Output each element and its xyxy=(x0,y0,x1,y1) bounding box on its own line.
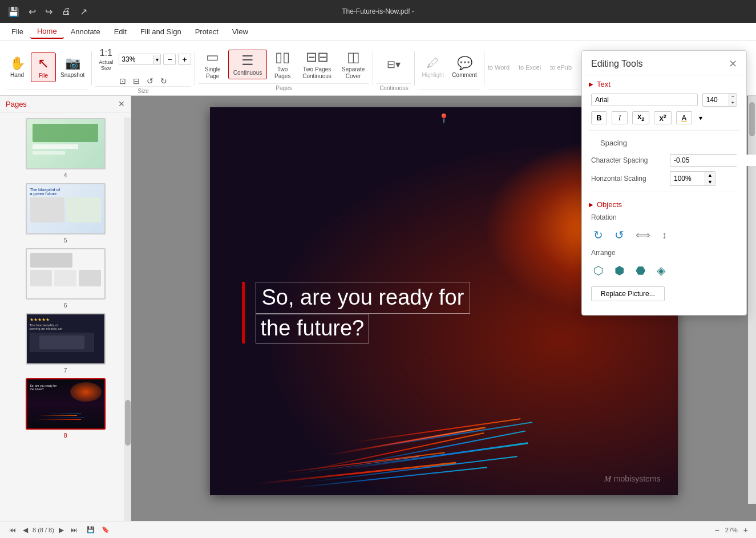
pdf-text-block[interactable]: So, are you ready for the future? xyxy=(256,282,471,343)
text-section-header[interactable]: ▶ Text xyxy=(582,75,746,91)
menu-view[interactable]: View xyxy=(225,25,255,38)
to-epub-btn[interactable]: to ePub xyxy=(550,64,572,71)
continuous-button[interactable]: ☰ Continuous xyxy=(228,50,268,79)
subscript-button[interactable]: X2 xyxy=(632,111,649,124)
bold-button[interactable]: B xyxy=(591,111,607,124)
snapshot-icon: 📷 xyxy=(65,56,80,71)
snapshot-button[interactable]: 📷 Snapshot xyxy=(57,54,88,81)
pages-panel-close-button[interactable]: ✕ xyxy=(118,99,125,108)
two-pages-continuous-icon: ⊟⊟ xyxy=(306,49,329,65)
bring-forward-button[interactable]: ⬢ xyxy=(612,261,626,280)
hand-button[interactable]: ✋ Hand xyxy=(5,54,30,81)
continuous-dropdown[interactable]: ⊟▾ xyxy=(385,58,403,71)
ribbon-group-tools: ✋ Hand ↖ File 📷 Snapshot xyxy=(5,46,88,91)
last-page-button[interactable]: ⏭ xyxy=(68,525,80,535)
page-6-number: 6 xyxy=(63,302,67,309)
page-thumb-7[interactable]: ★★★★★ The five benefits ofowning an elec… xyxy=(26,313,106,374)
page-thumb-5[interactable]: The blueprint ofa green future 5 xyxy=(26,183,106,244)
comment-button[interactable]: 💬 Comment xyxy=(448,54,480,81)
to-word-btn[interactable]: to Word xyxy=(488,64,510,71)
to-excel-btn[interactable]: to Excel xyxy=(519,64,541,71)
next-page-button[interactable]: ▶ xyxy=(56,525,66,535)
annotate-group-label xyxy=(418,90,480,91)
zoom-dropdown-button[interactable]: ▾ xyxy=(153,55,160,64)
rotation-label-row: Rotation xyxy=(582,211,746,224)
fit-width-button[interactable]: ⊟ xyxy=(131,76,142,86)
continuous-dropdown-icon: ⊟▾ xyxy=(387,58,401,71)
menu-protect[interactable]: Protect xyxy=(188,25,225,38)
rotate-right-btn[interactable]: ↻ xyxy=(158,76,169,86)
font-size-input[interactable] xyxy=(703,94,729,106)
print-icon[interactable]: 🖨 xyxy=(59,4,73,19)
text-color-arrow[interactable]: ▾ xyxy=(699,114,702,122)
font-family-select[interactable]: Arial xyxy=(591,94,698,106)
save-icon[interactable]: 💾 xyxy=(6,4,22,19)
share-icon[interactable]: ↗ xyxy=(78,4,90,19)
send-backward-button[interactable]: ⬣ xyxy=(633,261,648,280)
flip-v-button[interactable]: ↕ xyxy=(660,227,669,244)
scrollbar-thumb[interactable] xyxy=(125,400,131,446)
menu-home[interactable]: Home xyxy=(30,25,64,39)
h-scale-label: Horizontal Scaling xyxy=(591,175,665,183)
ribbon-group-export: to Word to Excel to ePub xyxy=(488,46,579,91)
actual-size-button[interactable]: 1:1 ActualSize xyxy=(95,46,116,74)
zoom-increase-button[interactable]: + xyxy=(178,54,191,65)
window-title: The-Future-is-Now.pdf - xyxy=(342,7,414,15)
zoom-input[interactable] xyxy=(119,54,153,64)
editing-panel-close-button[interactable]: ✕ xyxy=(729,58,737,70)
separator-5 xyxy=(484,51,484,86)
rotate-left-btn[interactable]: ↺ xyxy=(144,76,156,86)
text-color-button[interactable]: A xyxy=(676,111,692,124)
objects-section-header[interactable]: ▶ Objects xyxy=(582,196,746,211)
menu-fill-and-sign[interactable]: Fill and Sign xyxy=(134,25,188,38)
pages-panel-scrollbar[interactable] xyxy=(124,118,131,521)
thumb8-bg: So, are you ready forthe future? xyxy=(27,379,104,428)
menu-file[interactable]: File xyxy=(5,25,30,38)
menu-edit[interactable]: Edit xyxy=(107,25,134,38)
editing-panel: Editing Tools ✕ ▶ Text Arial − + B I X2 … xyxy=(581,50,747,315)
objects-section-arrow: ▶ xyxy=(589,201,593,208)
h-scale-spin: ▲ ▼ xyxy=(705,172,715,185)
char-spacing-input[interactable] xyxy=(670,155,756,166)
page-thumb-6[interactable]: 6 xyxy=(26,248,106,309)
two-pages-icon: ▯▯ xyxy=(275,49,290,65)
select-button[interactable]: ↖ File xyxy=(31,52,56,82)
page-thumb-4[interactable]: 4 xyxy=(26,118,106,179)
zoom-out-button[interactable]: − xyxy=(714,525,721,535)
single-page-button[interactable]: ▭ SinglePage xyxy=(199,47,227,82)
two-pages-continuous-button[interactable]: ⊟⊟ Two PagesContinuous xyxy=(298,47,336,82)
h-scale-increase[interactable]: ▲ xyxy=(705,172,715,179)
h-scale-input[interactable] xyxy=(670,173,705,184)
zoom-in-button[interactable]: + xyxy=(742,525,749,535)
bring-front-button[interactable]: ⬡ xyxy=(591,261,605,280)
page-pin-icon: 📍 xyxy=(438,113,450,124)
flip-h-button[interactable]: ⟺ xyxy=(633,226,653,244)
fit-page-button[interactable]: ⊡ xyxy=(117,76,128,86)
h-scale-decrease[interactable]: ▼ xyxy=(705,179,715,185)
spacing-label: Spacing xyxy=(591,136,636,149)
page-5-number: 5 xyxy=(63,237,67,244)
main-scrollbar-thumb[interactable] xyxy=(749,102,755,136)
zoom-decrease-button[interactable]: − xyxy=(163,54,176,65)
rotate-right-icon: ↻ xyxy=(160,76,167,86)
thumb7-bg: ★★★★★ The five benefits ofowning an elec… xyxy=(27,314,104,363)
page-thumb-8[interactable]: So, are you ready forthe future? 8 xyxy=(26,378,106,439)
font-size-increase[interactable]: + xyxy=(729,100,737,106)
rotate-ccw-button[interactable]: ↺ xyxy=(612,226,626,244)
send-back-button[interactable]: ◈ xyxy=(654,261,668,280)
undo-icon[interactable]: ↩ xyxy=(26,4,38,19)
rotate-cw-button[interactable]: ↻ xyxy=(591,226,605,244)
font-size-decrease[interactable]: − xyxy=(729,94,737,100)
separate-cover-button[interactable]: ◫ SeparateCover xyxy=(337,47,370,82)
page-info: 8 (8 / 8) xyxy=(33,527,54,533)
menu-annotate[interactable]: Annotate xyxy=(64,25,107,38)
first-page-button[interactable]: ⏮ xyxy=(7,525,18,535)
highlight-button[interactable]: 🖊 Highlight xyxy=(418,54,447,81)
page-thumb-4-image xyxy=(26,118,106,169)
redo-icon[interactable]: ↪ xyxy=(43,4,55,19)
replace-picture-button[interactable]: Replace Picture... xyxy=(591,286,665,301)
superscript-button[interactable]: X2 xyxy=(654,111,671,124)
prev-page-button[interactable]: ◀ xyxy=(21,525,30,535)
two-pages-button[interactable]: ▯▯ TwoPages xyxy=(268,47,297,82)
italic-button[interactable]: I xyxy=(612,111,628,124)
